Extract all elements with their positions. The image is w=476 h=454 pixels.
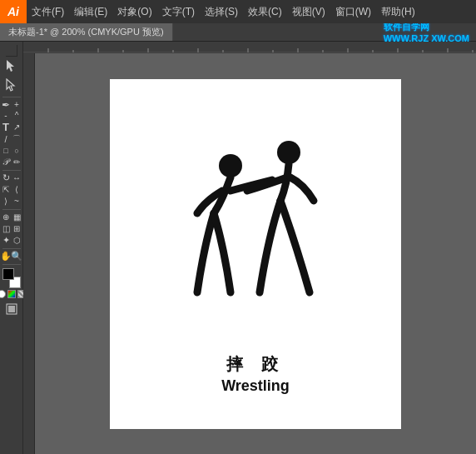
watermark: 软件自学网WWW.RJZ XW.COM	[384, 21, 476, 43]
toolbar: ✒ + - ^ T ↗ / ⌒ □ ○ 𝒫 ✏ ↻ ↔	[0, 42, 23, 454]
rotate-tool-group: ↻ ↔	[1, 172, 22, 183]
line-tool-group: / ⌒	[1, 133, 22, 144]
zoom-tool[interactable]: 🔍	[12, 251, 22, 262]
mesh-tool[interactable]: ⊞	[12, 223, 22, 234]
column-graph-tool[interactable]: ▦	[12, 212, 22, 222]
document-tab[interactable]: 未标题-1* @ 200% (CMYK/GPU 预览)	[0, 23, 173, 41]
menu-file[interactable]: 文件(F)	[27, 0, 69, 23]
line-tool[interactable]: /	[1, 133, 12, 144]
reflect-tool[interactable]: ↔	[12, 172, 22, 183]
convert-anchor-tool[interactable]: ^	[12, 110, 22, 121]
none-color[interactable]	[0, 290, 6, 298]
selection-tool[interactable]	[2, 57, 21, 75]
brush-tool-group: 𝒫 ✏	[1, 157, 22, 167]
menu-edit[interactable]: 编辑(E)	[69, 0, 112, 23]
menu-type[interactable]: 文字(T)	[157, 0, 200, 23]
gradient-tool-group: ◫ ⊞	[1, 223, 22, 234]
canvas-area: 摔 跤 Wrestling	[23, 42, 476, 454]
menu-select[interactable]: 选择(S)	[200, 0, 243, 23]
ellipse-tool[interactable]: ○	[12, 145, 22, 156]
scale-tool[interactable]: ⇱	[1, 184, 12, 195]
paintbrush-tool[interactable]: 𝒫	[1, 157, 12, 167]
delete-anchor-tool[interactable]: -	[1, 110, 12, 121]
eyedropper-tool[interactable]: ✦	[1, 235, 12, 246]
ruler-top	[23, 42, 476, 53]
color-swatch-area	[1, 268, 22, 298]
menu-object[interactable]: 对象(O)	[112, 0, 156, 23]
add-anchor-tool[interactable]: +	[12, 99, 22, 110]
direct-selection-tool[interactable]	[2, 76, 21, 94]
area-type-tool[interactable]: ↗	[12, 122, 22, 132]
main-area: ✒ + - ^ T ↗ / ⌒ □ ○ 𝒫 ✏ ↻ ↔	[0, 42, 476, 454]
pen-tool-group: ✒ + - ^	[1, 99, 22, 121]
caption-english: Wrestling	[221, 377, 290, 395]
menu-effect[interactable]: 效果(C)	[243, 0, 287, 23]
pen-tool[interactable]: ✒	[1, 99, 12, 110]
hand-tool[interactable]: ✋	[1, 251, 12, 262]
warp-tool-group: ⟩ ~	[1, 196, 22, 207]
tab-bar: 未标题-1* @ 200% (CMYK/GPU 预览) 软件自学网WWW.RJZ…	[0, 23, 476, 42]
scale-tool-group: ⇱ ⟨	[1, 184, 22, 195]
pencil-tool[interactable]: ✏	[12, 157, 22, 167]
view-tool-group: ✋ 🔍	[1, 251, 22, 262]
menu-window[interactable]: 窗口(W)	[330, 0, 376, 23]
menu-bar: 文件(F) 编辑(E) 对象(O) 文字(T) 选择(S) 效果(C) 视图(V…	[27, 0, 476, 23]
screen-mode[interactable]	[2, 300, 21, 318]
shape-tool-group: □ ○	[1, 145, 22, 156]
title-bar: Ai 文件(F) 编辑(E) 对象(O) 文字(T) 选择(S) 效果(C) 视…	[0, 0, 476, 23]
svg-rect-3	[8, 306, 15, 312]
artboard: 摔 跤 Wrestling	[110, 79, 401, 429]
rotate-tool[interactable]: ↻	[1, 172, 12, 183]
color-icon[interactable]	[7, 290, 16, 298]
menu-help[interactable]: 帮助(H)	[376, 0, 420, 23]
symbol-sprayer-tool[interactable]: ⊕	[1, 212, 12, 222]
app-logo: Ai	[0, 0, 27, 23]
menu-view[interactable]: 视图(V)	[287, 0, 330, 23]
type-tool-group: T ↗	[1, 122, 22, 132]
svg-marker-0	[7, 60, 14, 72]
arc-tool[interactable]: ⌒	[12, 133, 22, 144]
caption-chinese: 摔 跤	[226, 353, 285, 376]
width-tool[interactable]: ⟩	[1, 196, 12, 207]
eyedropper-tool-group: ✦ ⬡	[1, 235, 22, 246]
rectangle-tool[interactable]: □	[1, 145, 12, 156]
gradient-tool[interactable]: ◫	[1, 223, 12, 234]
type-tool[interactable]: T	[1, 122, 12, 132]
swatch-stack[interactable]	[1, 268, 22, 288]
ruler-left	[23, 53, 35, 454]
symbol-tool-group: ⊕ ▦	[1, 212, 22, 222]
shear-tool[interactable]: ⟨	[12, 184, 22, 195]
svg-marker-1	[7, 79, 14, 91]
live-paint-tool[interactable]: ⬡	[12, 235, 22, 246]
foreground-color-swatch[interactable]	[2, 268, 14, 280]
warp-tool[interactable]: ~	[12, 196, 22, 207]
wrestling-illustration	[164, 113, 347, 347]
